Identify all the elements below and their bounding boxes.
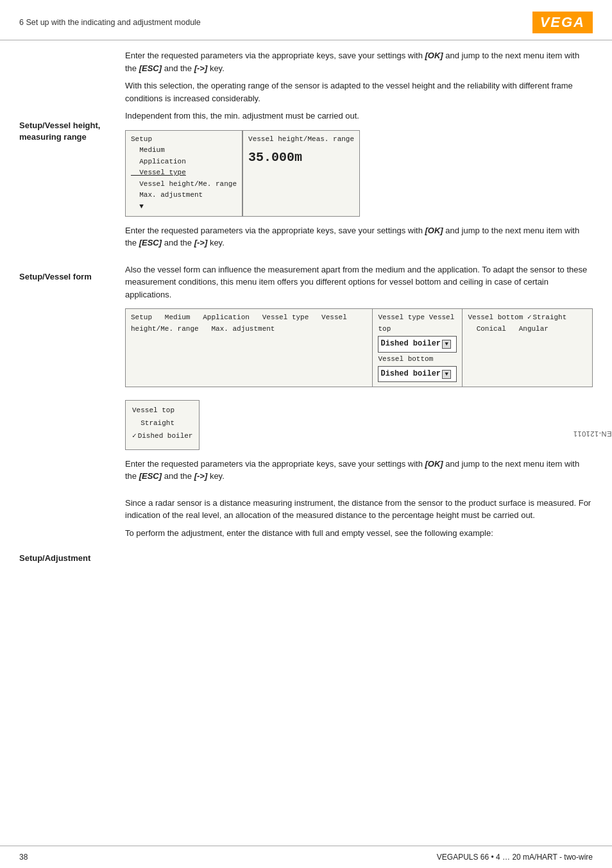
menu-vessel-type: Vessel type (131, 167, 237, 179)
menu-medium: Medium (131, 145, 237, 156)
dropdown-arrow-1[interactable]: ▼ (442, 340, 451, 349)
vm-application: Application (194, 313, 250, 321)
logo-text: VEGA (540, 14, 585, 31)
adjustment-p2: To perform the adjustment, enter the dis… (125, 527, 593, 540)
footer: 38 VEGAPULS 66 • 4 … 20 mA/HART - two-wi… (0, 846, 612, 868)
vr-conical: Conical (468, 325, 506, 333)
vessel-height-p1: With this selection, the operating range… (125, 79, 593, 104)
vessel-form-p1: Also the vessel form can influence the m… (125, 263, 593, 301)
page-container: 6 Set up with the indicating and adjustm… (0, 0, 612, 868)
arrow-key-2: [->] (194, 238, 208, 247)
vessel-bottom-dropdown[interactable]: Dished boiler ▼ (378, 366, 457, 382)
right-column: Enter the requested parameters via the a… (125, 46, 593, 564)
arrow-key-3: [->] (194, 471, 208, 481)
ui-screenshot-2: Setup Medium Application Vessel type Ves… (125, 308, 593, 387)
vessel-height-section: With this selection, the operating range… (125, 79, 593, 249)
main-content: Setup/Vessel height, measuring range Set… (0, 46, 612, 577)
adjustment-label: Setup/Adjustment (19, 553, 90, 563)
vr-angular: Angular (510, 325, 548, 333)
esc-key: [ESC] (139, 63, 162, 73)
vessel-height-p3: Enter the requested parameters via the a… (125, 224, 593, 249)
ok-key-3: [OK] (425, 459, 443, 469)
check-dished: ✓ (132, 430, 137, 443)
vessel-top-dropdown[interactable]: Dished boiler ▼ (378, 336, 457, 352)
intro-paragraph: Enter the requested parameters via the a… (125, 49, 593, 74)
chapter-title: 6 Set up with the indicating and adjustm… (19, 18, 201, 27)
vessel-height-label: Setup/Vessel height, measuring range (19, 121, 100, 142)
product-name: VEGAPULS 66 • 4 … 20 mA/HART - two-wire (437, 853, 593, 862)
vessel-height-label-container: Setup/Vessel height, measuring range (19, 120, 114, 143)
menu-max-adj: Max. adjustment (131, 190, 237, 201)
vt-straight: Straight (132, 417, 192, 430)
vessel-form-label-container: Setup/Vessel form (19, 271, 114, 283)
vessel-meas-value: 35.000m (248, 147, 302, 168)
vm-medium: Medium (157, 313, 191, 321)
menu-setup: Setup (131, 134, 237, 146)
vessel-meas-label: Vessel height/Meas. range (248, 134, 354, 146)
vessel-bottom-value: Dished boiler (380, 368, 441, 380)
vm-setup: Setup (131, 313, 152, 321)
adjustment-p1: Since a radar sensor is a distance measu… (125, 497, 593, 522)
vm2-vessel-type: Vessel type (378, 313, 425, 321)
menu-arrow: ▼ (131, 201, 237, 213)
logo: VEGA (532, 12, 593, 33)
ui-vessel-middle: Vessel type Vessel top Dished boiler ▼ V… (373, 308, 463, 387)
vm2-vessel-bottom: Vessel bottom (378, 355, 433, 363)
left-column: Setup/Vessel height, measuring range Set… (19, 46, 125, 564)
vm-vessel-type: Vessel type (253, 313, 309, 321)
vessel-top-box: Vessel top Straight ✓Dished boiler (125, 400, 200, 449)
esc-key-2: [ESC] (139, 238, 162, 247)
vessel-top-value: Dished boiler (380, 338, 441, 350)
ui-vessel-right: Vessel bottom ✓Straight Conical Angular (463, 308, 593, 387)
ui-right-value-1: Vessel height/Meas. range 35.000m (242, 130, 360, 217)
menu-application: Application (131, 156, 237, 168)
adjustment-label-container: Setup/Adjustment (19, 553, 114, 564)
dropdown-arrow-2[interactable]: ▼ (442, 370, 451, 379)
adjustment-section: Since a radar sensor is a distance measu… (125, 497, 593, 540)
vessel-top-title: Vessel top (132, 405, 192, 417)
vessel-form-p3: Enter the requested parameters via the a… (125, 458, 593, 483)
check-straight: ✓ (527, 312, 532, 324)
vr-title: Vessel bottom (468, 313, 523, 321)
arrow-key: [->] (194, 63, 208, 73)
vt-dished: ✓Dished boiler (132, 430, 192, 443)
menu-vessel-height: Vessel height/Me. range (131, 179, 237, 190)
ok-key: [OK] (425, 51, 443, 60)
vessel-form-label: Setup/Vessel form (19, 272, 92, 281)
header: 6 Set up with the indicating and adjustm… (0, 0, 612, 40)
ui-vessel-left: Setup Medium Application Vessel type Ves… (125, 308, 373, 387)
ok-key-2: [OK] (425, 226, 443, 235)
ui-left-menu-1: Setup Medium Application Vessel type Ves… (125, 130, 242, 217)
vessel-height-p2: Independent from this, the min. adjustme… (125, 110, 593, 122)
vm-max-adj: Max. adjustment (203, 325, 275, 333)
page-number: 38 (19, 853, 28, 862)
ui-screenshot-1: Setup Medium Application Vessel type Ves… (125, 130, 593, 217)
vertical-doc-id: 35519-EN-121011 (573, 430, 612, 438)
esc-key-3: [ESC] (139, 471, 162, 481)
vessel-form-section: Also the vessel form can influence the m… (125, 263, 593, 483)
vr-straight: ✓Straight (527, 313, 566, 321)
logo-box: VEGA (532, 12, 593, 33)
